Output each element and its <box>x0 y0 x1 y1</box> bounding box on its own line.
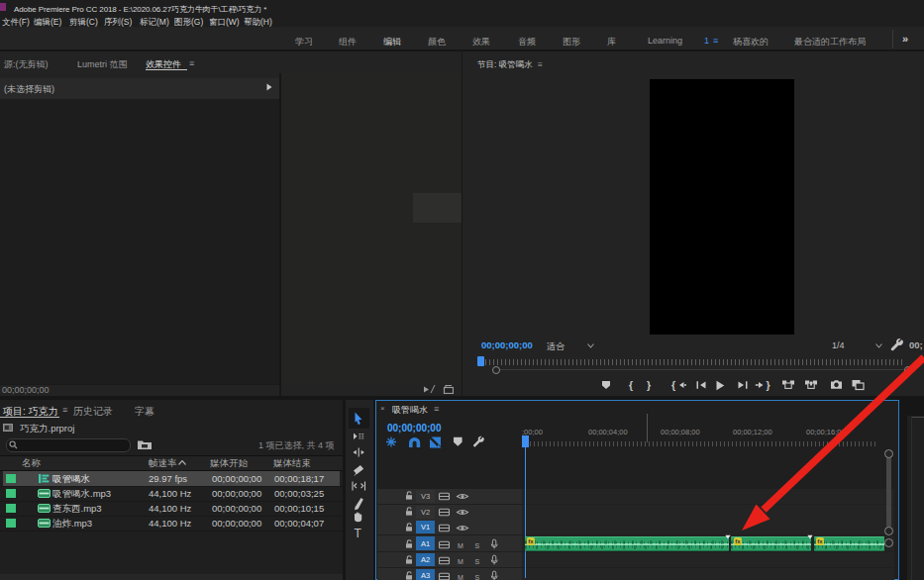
svg-text:M: M <box>458 542 463 549</box>
svg-text:}: } <box>647 379 651 391</box>
svg-text:S: S <box>475 542 480 549</box>
svg-text:}: } <box>767 379 770 391</box>
svg-text:{: { <box>671 379 675 391</box>
svg-text:T: T <box>355 527 362 540</box>
svg-text:{: { <box>629 379 633 391</box>
